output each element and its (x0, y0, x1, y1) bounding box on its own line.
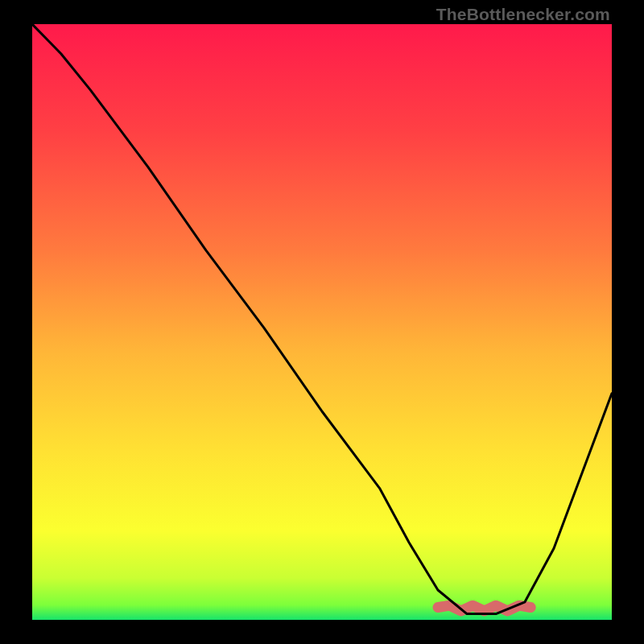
svg-rect-0 (32, 24, 612, 620)
source-label: TheBottlenecker.com (436, 5, 610, 24)
plot-area (32, 24, 612, 620)
chart-frame: TheBottlenecker.com (0, 0, 644, 644)
gradient-background (32, 24, 612, 620)
